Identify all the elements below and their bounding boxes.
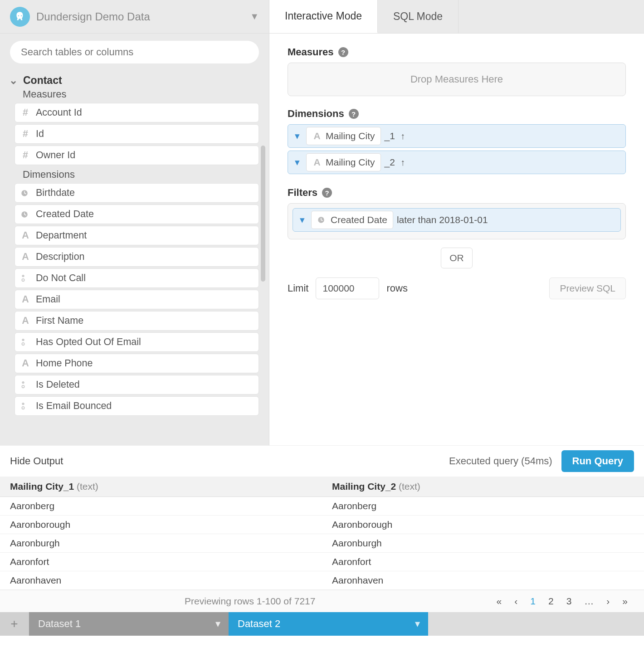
- filters-label: Filters ?: [288, 187, 626, 199]
- column-header[interactable]: Mailing City_2 (text): [322, 477, 644, 497]
- svg-point-2: [22, 274, 24, 277]
- dataset-tab-2[interactable]: Dataset 2 ▾: [229, 612, 428, 636]
- dimensions-heading: Dimensions: [0, 167, 269, 182]
- dimension-row[interactable]: ▾ A Mailing City _2 ↑: [288, 151, 626, 174]
- chevron-down-icon: ⌄: [9, 74, 18, 87]
- dimension-row[interactable]: ▾ A Mailing City _1 ↑: [288, 124, 626, 148]
- page-next[interactable]: ›: [600, 596, 616, 607]
- field-item[interactable]: Created Date: [15, 204, 259, 224]
- caret-down-icon[interactable]: ▾: [415, 618, 420, 630]
- field-item[interactable]: AFirst Name: [15, 311, 259, 331]
- field-item[interactable]: Do Not Call: [15, 268, 259, 288]
- help-icon[interactable]: ?: [338, 47, 348, 57]
- text-icon: A: [312, 131, 322, 141]
- table-node[interactable]: ⌄ Contact: [0, 71, 269, 87]
- table-row[interactable]: AaronfortAaronfort: [0, 553, 644, 571]
- caret-down-icon[interactable]: ▾: [288, 151, 306, 174]
- caret-down-icon[interactable]: ▾: [293, 209, 311, 231]
- hide-output-button[interactable]: Hide Output: [10, 455, 63, 467]
- search-input[interactable]: [10, 41, 259, 63]
- page-number[interactable]: 2: [542, 596, 560, 606]
- table-label: Contact: [23, 74, 62, 87]
- clock-icon: [20, 189, 30, 197]
- page-number[interactable]: 3: [560, 596, 578, 606]
- field-item[interactable]: Is Deleted: [15, 375, 259, 394]
- dimension-suffix: _2: [385, 157, 395, 168]
- dimensions-label: Dimensions ?: [288, 108, 626, 120]
- pager: Previewing rows 1-100 of 7217 « ‹ 123… ›…: [0, 590, 644, 612]
- dimension-pill[interactable]: A Mailing City: [306, 153, 381, 171]
- filter-row[interactable]: ▾ Created Date later than 2018-01-01: [293, 208, 621, 232]
- preview-sql-button[interactable]: Preview SQL: [549, 277, 626, 299]
- dimension-field-label: Mailing City: [326, 131, 375, 141]
- clock-icon: [20, 210, 30, 219]
- preview-range: Previewing rows 1-100 of 7217: [10, 596, 490, 607]
- svg-point-8: [22, 402, 24, 404]
- field-label: Owner Id: [36, 150, 75, 161]
- limit-input[interactable]: [316, 277, 379, 299]
- page-number[interactable]: …: [578, 596, 600, 606]
- field-item[interactable]: #Account Id: [15, 103, 259, 122]
- field-label: First Name: [36, 315, 83, 326]
- table-row[interactable]: AaronbergAaronberg: [0, 497, 644, 516]
- measures-dropzone[interactable]: Drop Measures Here: [288, 63, 626, 96]
- run-query-button[interactable]: Run Query: [561, 450, 634, 472]
- field-item[interactable]: ADepartment: [15, 226, 259, 245]
- sort-asc-icon[interactable]: ↑: [400, 131, 405, 141]
- table-cell: Aaronburgh: [0, 534, 322, 553]
- table-row[interactable]: AaronhavenAaronhaven: [0, 571, 644, 590]
- table-cell: Aaronfort: [322, 553, 644, 571]
- or-button[interactable]: OR: [441, 248, 473, 268]
- text-icon: A: [20, 294, 30, 305]
- table-cell: Aaronberg: [0, 497, 322, 516]
- field-item[interactable]: Has Opted Out Of Email: [15, 332, 259, 352]
- table-row[interactable]: AaronboroughAaronborough: [0, 516, 644, 534]
- number-icon: #: [20, 107, 30, 118]
- dimension-field-label: Mailing City: [326, 157, 375, 168]
- page-first[interactable]: «: [490, 596, 508, 607]
- table-row[interactable]: AaronburghAaronburgh: [0, 534, 644, 553]
- field-item[interactable]: AEmail: [15, 290, 259, 309]
- field-label: Description: [36, 251, 85, 263]
- text-icon: A: [20, 251, 30, 263]
- mode-tabs: Interactive Mode SQL Mode: [269, 0, 644, 34]
- page-number[interactable]: 1: [524, 596, 542, 606]
- tab-sql[interactable]: SQL Mode: [378, 0, 459, 33]
- sort-asc-icon[interactable]: ↑: [400, 157, 405, 168]
- table-cell: Aaronhaven: [0, 571, 322, 590]
- datasource-select[interactable]: Dundersign Demo Data ▼: [0, 0, 269, 34]
- field-label: Email: [36, 294, 60, 305]
- dimension-pill[interactable]: A Mailing City: [306, 127, 381, 145]
- field-label: Home Phone: [36, 358, 93, 369]
- output-panel: Hide Output Executed query (54ms) Run Qu…: [0, 445, 644, 612]
- field-item[interactable]: #Id: [15, 124, 259, 144]
- field-label: Created Date: [36, 209, 94, 220]
- svg-point-3: [22, 278, 24, 281]
- tab-interactive[interactable]: Interactive Mode: [269, 0, 378, 33]
- dataset-tabs: + Dataset 1 ▾ Dataset 2 ▾: [0, 612, 644, 636]
- scrollbar-thumb[interactable]: [261, 146, 265, 282]
- field-label: Birthdate: [36, 187, 75, 199]
- schema-tree: ⌄ Contact Measures #Account Id#Id#Owner …: [0, 71, 269, 445]
- table-cell: Aaronburgh: [322, 534, 644, 553]
- svg-point-7: [22, 385, 24, 387]
- page-prev[interactable]: ‹: [508, 596, 524, 607]
- svg-point-4: [22, 338, 24, 341]
- add-dataset-button[interactable]: +: [0, 612, 29, 636]
- measures-label: Measures ?: [288, 46, 626, 58]
- column-header[interactable]: Mailing City_1 (text): [0, 477, 322, 497]
- chevron-down-icon: ▼: [250, 11, 259, 22]
- help-icon[interactable]: ?: [349, 109, 359, 119]
- page-last[interactable]: »: [616, 596, 634, 607]
- filter-field-pill[interactable]: Created Date: [311, 211, 393, 229]
- field-item[interactable]: Birthdate: [15, 183, 259, 203]
- help-icon[interactable]: ?: [322, 188, 332, 198]
- field-item[interactable]: AHome Phone: [15, 354, 259, 373]
- dataset-tab-1[interactable]: Dataset 1 ▾: [29, 612, 229, 636]
- caret-down-icon[interactable]: ▾: [215, 618, 220, 630]
- field-label: Department: [36, 230, 87, 241]
- caret-down-icon[interactable]: ▾: [288, 125, 306, 147]
- field-item[interactable]: ADescription: [15, 247, 259, 267]
- field-item[interactable]: #Owner Id: [15, 146, 259, 165]
- field-item[interactable]: Is Email Bounced: [15, 396, 259, 416]
